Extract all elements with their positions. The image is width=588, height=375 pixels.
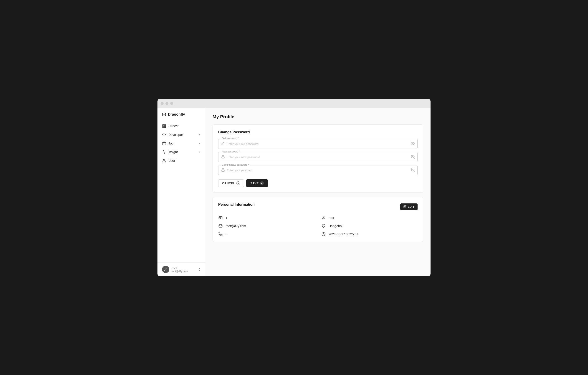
- info-phone-value: -: [226, 232, 227, 236]
- svg-rect-4: [162, 142, 166, 145]
- new-password-label: New password *: [221, 150, 241, 153]
- personal-info-card: Personal Information EDIT: [212, 197, 423, 242]
- info-username-value: root: [329, 216, 334, 219]
- sidebar-item-insight-left: Insight: [162, 150, 178, 154]
- sidebar-item-job-label: Job: [168, 142, 174, 145]
- old-password-label: Old password *: [221, 137, 240, 140]
- svg-rect-11: [222, 170, 224, 171]
- old-password-input[interactable]: [227, 142, 411, 146]
- save-button[interactable]: SAVE ✓: [246, 179, 268, 187]
- info-username: root: [321, 216, 418, 220]
- svg-rect-3: [165, 126, 166, 128]
- info-id: 1: [218, 216, 315, 220]
- info-id-value: 1: [226, 216, 227, 219]
- sidebar-item-developer-left: Developer: [162, 133, 183, 137]
- new-password-wrap: [218, 152, 418, 162]
- old-password-visibility-toggle[interactable]: [411, 142, 415, 146]
- cluster-icon: [162, 124, 166, 128]
- confirm-password-lock-icon: [221, 168, 225, 172]
- sidebar-item-user-label: User: [168, 159, 175, 162]
- info-created-at-value: 2024-06-17 06:25:37: [329, 232, 358, 236]
- email-icon: [218, 224, 223, 228]
- sidebar: Dragonfly Cluster: [158, 108, 205, 276]
- user-chevron-icon: ▲ ▼: [199, 267, 200, 272]
- id-icon: [218, 216, 223, 220]
- edit-pencil-icon: [403, 205, 406, 209]
- user-info: root root@d7y.com: [172, 266, 196, 273]
- info-created-at: 2024-06-17 06:25:37: [321, 232, 418, 236]
- job-icon: [162, 141, 166, 146]
- sidebar-user-name: root: [172, 266, 196, 270]
- phone-icon: [218, 232, 223, 236]
- confirm-password-label: Confirm new password *: [221, 163, 250, 166]
- sidebar-item-developer-label: Developer: [168, 133, 183, 136]
- change-password-title: Change Password: [218, 130, 418, 134]
- sidebar-item-insight[interactable]: Insight ▾: [158, 148, 205, 156]
- sidebar-item-cluster-left: Cluster: [162, 124, 178, 128]
- location-icon: [321, 224, 326, 228]
- sidebar-item-job[interactable]: Job ▾: [158, 139, 205, 147]
- cancel-label: CANCEL: [222, 182, 235, 185]
- sidebar-logo[interactable]: Dragonfly: [158, 112, 205, 122]
- confirm-password-field: Confirm new password *: [218, 165, 418, 175]
- old-password-wrap: [218, 139, 418, 149]
- sidebar-nav: Cluster Developer ▾: [158, 122, 205, 262]
- titlebar: [158, 99, 430, 108]
- confirm-password-input[interactable]: [227, 169, 411, 172]
- main-content: My Profile Change Password Old password …: [205, 108, 430, 276]
- insight-icon: [162, 150, 166, 154]
- app-window: Dragonfly Cluster: [158, 99, 430, 276]
- svg-rect-1: [165, 125, 166, 125]
- cancel-button[interactable]: CANCEL ✕: [218, 179, 244, 187]
- insight-chevron: ▾: [199, 151, 200, 154]
- avatar: [162, 266, 169, 273]
- sidebar-user-email: root@d7y.com: [172, 270, 196, 273]
- page-title: My Profile: [212, 114, 423, 119]
- info-email: root@d7y.com: [218, 224, 315, 228]
- close-dot: [161, 102, 164, 105]
- created-at-icon: [321, 232, 326, 236]
- new-password-visibility-toggle[interactable]: [411, 155, 415, 159]
- info-email-value: root@d7y.com: [226, 224, 246, 228]
- info-grid: 1 root: [218, 216, 418, 236]
- change-password-card: Change Password Old password *: [212, 125, 423, 193]
- info-location: HangZhou: [321, 224, 418, 228]
- sidebar-item-cluster-label: Cluster: [168, 124, 178, 128]
- sidebar-item-user[interactable]: User: [158, 156, 205, 165]
- btn-row: CANCEL ✕ SAVE ✓: [218, 179, 418, 187]
- edit-button[interactable]: EDIT: [400, 203, 418, 210]
- svg-point-15: [323, 225, 324, 226]
- svg-point-6: [165, 268, 166, 269]
- username-icon: [321, 216, 326, 220]
- info-location-value: HangZhou: [329, 224, 343, 228]
- developer-icon: [162, 133, 166, 137]
- save-icon: ✓: [260, 181, 264, 185]
- confirm-password-visibility-toggle[interactable]: [411, 168, 415, 172]
- sidebar-item-insight-label: Insight: [168, 150, 178, 154]
- personal-info-header: Personal Information EDIT: [218, 203, 418, 211]
- old-password-key-icon: [221, 142, 225, 146]
- personal-info-title: Personal Information: [218, 203, 255, 207]
- svg-rect-9: [222, 156, 224, 158]
- sidebar-footer[interactable]: root root@d7y.com ▲ ▼: [158, 262, 205, 276]
- user-icon: [162, 159, 166, 163]
- developer-chevron: ▾: [199, 133, 200, 136]
- sidebar-item-developer[interactable]: Developer ▾: [158, 131, 205, 139]
- app-body: Dragonfly Cluster: [158, 108, 430, 276]
- svg-rect-0: [162, 125, 164, 125]
- svg-point-14: [323, 216, 324, 218]
- old-password-field: Old password *: [218, 139, 418, 149]
- cancel-icon: ✕: [236, 181, 240, 185]
- sidebar-item-job-left: Job: [162, 141, 174, 146]
- confirm-password-wrap: [218, 165, 418, 175]
- logo-text: Dragonfly: [168, 112, 185, 116]
- new-password-lock-icon: [221, 155, 225, 159]
- new-password-input[interactable]: [227, 156, 411, 159]
- new-password-field: New password *: [218, 152, 418, 162]
- sidebar-item-cluster[interactable]: Cluster: [158, 122, 205, 130]
- logo-icon: [162, 112, 166, 116]
- svg-rect-2: [162, 126, 164, 128]
- minimize-dot: [165, 102, 168, 105]
- info-phone: -: [218, 232, 315, 236]
- job-chevron: ▾: [199, 142, 200, 145]
